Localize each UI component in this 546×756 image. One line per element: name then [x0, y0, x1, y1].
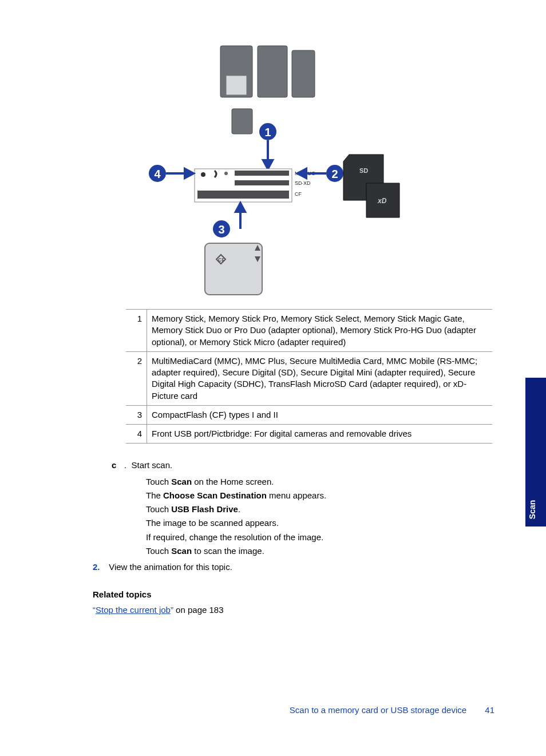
svg-point-8 — [201, 172, 205, 177]
svg-rect-12 — [197, 191, 289, 199]
step-c-title: Start scan. — [132, 460, 173, 470]
slot-label-cf: CF — [295, 191, 302, 197]
table-row: 1 Memory Stick, Memory Stick Pro, Memory… — [126, 310, 492, 352]
svg-rect-21 — [205, 243, 262, 295]
memory-card-slots-diagram: 1 MS/DUO SD·XD CF 4 2 SD xD 3 — [137, 40, 412, 303]
svg-rect-2 — [292, 50, 315, 97]
svg-point-9 — [224, 172, 228, 175]
table-row: 4 Front USB port/Pictbridge: For digital… — [126, 425, 492, 444]
slot-label-sd: SD·XD — [295, 180, 311, 186]
card-slot-legend-table: 1 Memory Stick, Memory Stick Pro, Memory… — [126, 309, 492, 444]
step-2-text: View the animation for this topic. — [109, 562, 232, 572]
legend-num: 1 — [126, 310, 147, 352]
legend-text: MultiMediaCard (MMC), MMC Plus, Secure M… — [147, 351, 493, 405]
callout-1-label: 1 — [264, 126, 271, 138]
section-tab-label: Scan — [527, 500, 538, 519]
footer-page-number: 41 — [485, 705, 494, 715]
legend-num: 4 — [126, 425, 147, 444]
legend-text: Front USB port/Pictbridge: For digital c… — [147, 425, 493, 444]
svg-marker-20 — [236, 203, 245, 212]
svg-rect-1 — [258, 46, 287, 97]
callout-3-label: 3 — [218, 223, 224, 236]
svg-text:CF: CF — [218, 257, 225, 263]
section-tab: Scan — [525, 378, 546, 527]
svg-text:xD: xD — [377, 197, 387, 205]
svg-rect-4 — [232, 109, 252, 134]
svg-rect-3 — [226, 76, 247, 95]
step-c-label: c — [112, 460, 124, 471]
step-c: c. Start scan. Touch Scan on the Home sc… — [112, 460, 498, 557]
svg-text:SD: SD — [359, 167, 368, 174]
related-heading: Related topics — [93, 589, 498, 600]
legend-text: CompactFlash (CF) types I and II — [147, 405, 493, 424]
table-row: 2 MultiMediaCard (MMC), MMC Plus, Secure… — [126, 351, 492, 405]
callout-2-label: 2 — [331, 168, 338, 180]
step-2: 2. View the animation for this topic. — [93, 561, 498, 573]
svg-marker-14 — [185, 169, 193, 178]
page-footer: Scan to a memory card or USB storage dev… — [290, 704, 494, 716]
related-topics: Related topics “Stop the current job” on… — [93, 589, 498, 616]
legend-num: 2 — [126, 351, 147, 405]
table-row: 3 CompactFlash (CF) types I and II — [126, 405, 492, 424]
svg-marker-6 — [263, 160, 272, 169]
related-link-line: “Stop the current job” on page 183 — [93, 604, 498, 616]
callout-4-label: 4 — [154, 168, 161, 180]
step-c-body: Touch Scan on the Home screen. The Choos… — [146, 476, 498, 557]
svg-rect-11 — [235, 180, 289, 185]
stop-current-job-link[interactable]: Stop the current job — [96, 605, 171, 615]
step-2-number: 2. — [93, 561, 106, 573]
legend-text: Memory Stick, Memory Stick Pro, Memory S… — [147, 310, 493, 352]
legend-num: 3 — [126, 405, 147, 424]
svg-rect-10 — [235, 171, 289, 176]
footer-section: Scan to a memory card or USB storage dev… — [290, 705, 466, 715]
page-content: 1 MS/DUO SD·XD CF 4 2 SD xD 3 — [52, 29, 498, 616]
